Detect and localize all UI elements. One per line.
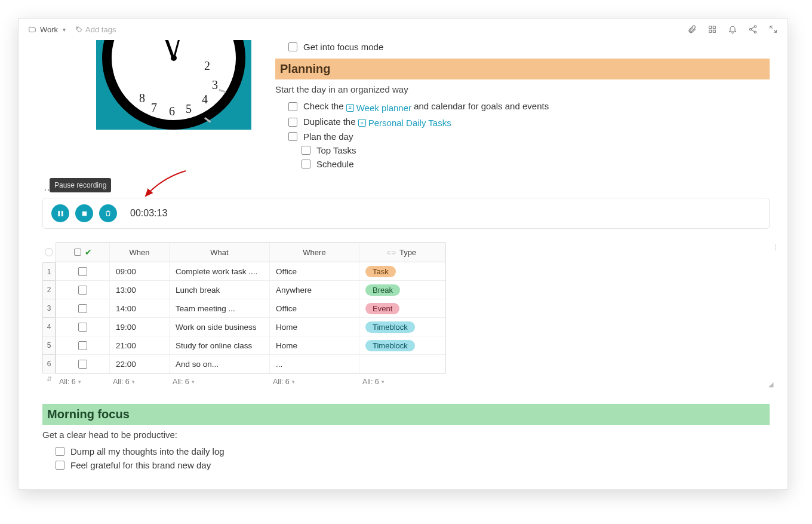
cell-what[interactable]: Study for online class [170,336,270,354]
cell-when[interactable]: 13:00 [110,281,170,299]
row-number[interactable]: 1 [42,262,56,281]
cell-where[interactable]: Home [270,318,359,336]
add-tags-label: Add tags [85,25,116,34]
cell-type[interactable]: Task [359,262,443,280]
cell-type[interactable]: Event [359,299,443,317]
row-select-all[interactable] [45,248,53,256]
column-add-icon[interactable]: ⟩ [774,243,777,251]
checkbox[interactable] [288,118,297,127]
row-number[interactable]: 6 [42,355,56,373]
row-number[interactable]: 2 [42,281,56,299]
checkbox[interactable] [302,160,310,168]
cell-when[interactable]: 21:00 [110,336,170,354]
cell-where[interactable]: Office [270,262,359,280]
checkbox[interactable] [302,146,310,155]
header-checkbox-icon[interactable] [74,249,81,256]
morning-heading: Morning focus [42,404,770,425]
footer-summary[interactable]: All: 6▾ [113,378,173,386]
add-tags-button[interactable]: Add tags [75,25,116,34]
col-when[interactable]: When [110,243,170,262]
bell-icon[interactable] [728,24,737,34]
delete-button[interactable] [99,204,117,222]
link-week-planner[interactable]: ≡ Week planner [346,103,411,113]
task-text: Schedule [316,159,354,169]
annotation-arrow [141,169,189,199]
filter-icon[interactable]: ⇵ [42,375,56,383]
schedule-table: 123456 ⇵ ✔ When What Where [42,242,770,386]
task-text: Get into focus mode [303,42,383,52]
footer-summary[interactable]: All: 6▾ [273,378,362,386]
checkbox[interactable] [288,102,297,111]
row-checkbox[interactable] [78,341,87,350]
cell-when[interactable]: 22:00 [110,355,170,373]
col-what[interactable]: What [170,243,270,262]
resize-handle-icon[interactable]: ◢ [768,381,773,388]
cell-what[interactable]: And so on... [170,355,270,373]
checkbox[interactable] [288,132,297,141]
footer-summary[interactable]: All: 6▾ [59,378,113,386]
cell-type[interactable]: Timeblock [359,336,443,354]
attachment-icon[interactable] [687,24,697,34]
top-bar: Work ▾ Add tags [19,19,788,40]
cell-when[interactable]: 14:00 [110,299,170,317]
cell-where[interactable]: ... [270,355,359,373]
checkbox[interactable] [56,461,64,470]
col-type[interactable]: ⊂⊃ Type [359,243,443,262]
cell-what[interactable]: Work on side business [170,318,270,336]
breadcrumb-folder[interactable]: Work [40,25,58,34]
header-check-icon: ✔ [85,247,92,257]
grid-icon[interactable] [708,24,717,34]
stop-button[interactable] [75,204,93,222]
cell-when[interactable]: 19:00 [110,318,170,336]
row-number[interactable]: 4 [42,318,56,336]
row-checkbox[interactable] [78,360,87,369]
table-row: 13:00Lunch breakAnywhereBreak [56,281,445,299]
link-icon: ⊂⊃ [386,249,396,256]
cell-type[interactable]: Break [359,281,443,299]
cell-where[interactable]: Office [270,299,359,317]
type-pill: Break [365,284,400,296]
task-text: Duplicate the ≡ Personal Daily Tasks [303,117,451,128]
cell-where[interactable]: Anywhere [270,281,359,299]
cell-what[interactable]: Team meeting ... [170,299,270,317]
table-row: 22:00And so on...... [56,355,445,373]
cell-what[interactable]: Complete work task .... [170,262,270,280]
table-row: 14:00Team meeting ...OfficeEvent [56,299,445,318]
checkbox[interactable] [288,42,297,51]
row-number[interactable]: 3 [42,299,56,318]
expand-icon[interactable] [768,24,778,34]
clock-image: 2 3 4 5 6 7 8 [42,40,257,171]
pause-button[interactable] [51,204,69,222]
table-row: 19:00Work on side businessHomeTimeblock [56,318,445,336]
row-checkbox[interactable] [78,286,87,295]
cell-type[interactable]: Timeblock [359,318,443,336]
planning-heading: Planning [275,59,770,79]
task-text: Dump all my thoughts into the daily log [70,446,224,456]
share-icon[interactable] [748,24,758,34]
row-checkbox[interactable] [78,323,87,332]
svg-rect-2 [713,26,715,29]
type-pill: Task [365,266,396,277]
cell-where[interactable]: Home [270,336,359,354]
footer-summary[interactable]: All: 6▾ [173,378,273,386]
type-pill: Timeblock [365,321,415,333]
row-checkbox[interactable] [78,304,87,313]
checkbox[interactable] [56,447,64,456]
svg-rect-10 [82,211,86,215]
svg-rect-4 [713,30,715,32]
chevron-down-icon[interactable]: ▾ [63,26,66,33]
svg-rect-3 [709,30,712,32]
task-text: Feel grateful for this brand new day [70,460,211,470]
pause-tooltip: Pause recording [50,178,111,192]
row-checkbox[interactable] [78,267,87,276]
col-where[interactable]: Where [270,243,359,262]
footer-summary[interactable]: All: 6▾ [362,378,446,386]
svg-point-0 [77,27,78,28]
cell-what[interactable]: Lunch break [170,281,270,299]
row-number[interactable]: 5 [42,336,56,355]
task-text: Top Tasks [316,145,356,155]
cell-type[interactable] [359,355,443,373]
table-row: 21:00Study for online classHomeTimeblock [56,336,445,355]
cell-when[interactable]: 09:00 [110,262,170,280]
link-personal-daily[interactable]: ≡ Personal Daily Tasks [358,118,451,128]
